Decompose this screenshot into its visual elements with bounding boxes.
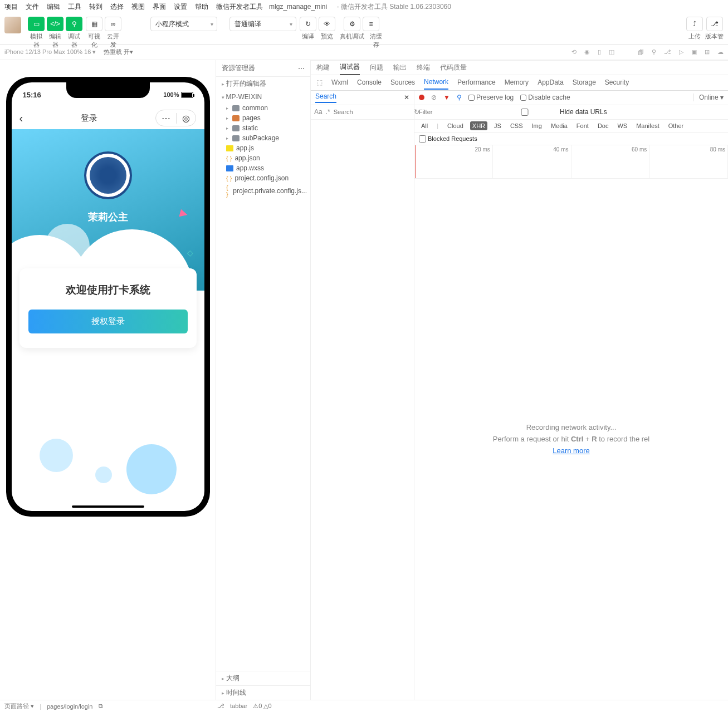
filter-manifest[interactable]: Manifest — [634, 121, 662, 130]
target-icon[interactable]: ◎ — [177, 113, 196, 124]
cloud-button[interactable]: ∞ — [105, 17, 121, 31]
remote-debug-button[interactable]: ⚙ — [344, 17, 360, 31]
menu-project[interactable]: 项目 — [4, 2, 18, 12]
version-button[interactable]: ⎇ — [706, 17, 723, 31]
menu-dots-icon[interactable]: ⋯ — [156, 113, 177, 124]
device-icon[interactable]: ▯ — [598, 48, 601, 56]
search-net-icon[interactable]: ⚲ — [457, 94, 462, 101]
tab-sources[interactable]: Sources — [390, 76, 415, 89]
filter-js[interactable]: JS — [492, 121, 504, 130]
capsule[interactable]: ⋯◎ — [155, 110, 196, 126]
menu-ui[interactable]: 界面 — [153, 2, 166, 12]
network-timeline[interactable]: 20 ms 40 ms 60 ms 80 ms — [414, 145, 728, 179]
menu-tools[interactable]: 工具 — [68, 2, 81, 12]
tree-item[interactable]: static — [223, 123, 310, 133]
more-icon[interactable]: ⋯ — [298, 65, 305, 72]
tree-item[interactable]: pages — [223, 113, 310, 123]
tree-item[interactable]: { }project.config.json — [223, 173, 310, 183]
cloud-icon[interactable]: ☁ — [717, 48, 724, 56]
hot-reload-select[interactable]: 热重载 开▾ — [104, 48, 133, 56]
files-icon[interactable]: 🗐 — [638, 49, 644, 56]
window-icon[interactable]: ◫ — [609, 48, 614, 56]
tab-wxml[interactable]: Wxml — [331, 76, 348, 89]
editor-button[interactable]: </> — [47, 17, 63, 31]
filter-ws[interactable]: WS — [615, 121, 629, 130]
visual-button[interactable]: ▦ — [86, 17, 102, 31]
tab-problems[interactable]: 问题 — [370, 61, 383, 75]
outline-section[interactable]: 大纲 — [216, 671, 310, 685]
preview-button[interactable]: 👁 — [319, 17, 335, 31]
match-case-icon[interactable]: Aa — [314, 108, 323, 116]
stop-icon[interactable]: ⊘ — [431, 94, 437, 101]
warnings-label[interactable]: ⚠0 △0 — [253, 703, 271, 710]
filter-all[interactable]: All — [419, 121, 430, 130]
back-icon[interactable]: ‹ — [19, 112, 23, 125]
tree-item[interactable]: { }project.private.config.js... — [223, 183, 310, 199]
refresh-icon[interactable]: ⟲ — [571, 48, 576, 56]
authorize-login-button[interactable]: 授权登录 — [28, 310, 188, 333]
throttle-select[interactable]: Online ▾ — [693, 94, 724, 101]
menu-wechat-devtools[interactable]: 微信开发者工具 — [216, 2, 263, 12]
hide-data-urls-checkbox[interactable]: Hide data URLs — [491, 108, 607, 116]
copy-icon[interactable]: ⧉ — [99, 703, 103, 710]
search-tab[interactable]: Search — [315, 92, 336, 103]
simulator-button[interactable]: ▭ — [28, 17, 45, 31]
tab-debugger[interactable]: 调试器 — [340, 60, 360, 75]
filter-css[interactable]: CSS — [508, 121, 525, 130]
tab-performance[interactable]: Performance — [457, 76, 496, 89]
tab-security[interactable]: Security — [605, 76, 629, 89]
tree-item[interactable]: app.js — [223, 143, 310, 153]
device-select[interactable]: iPhone 12/13 Pro Max 100% 16 ▾ — [4, 48, 96, 56]
clear-cache-button[interactable]: ≡ — [363, 17, 379, 31]
filter-xhr[interactable]: XHR — [470, 121, 487, 130]
compile-button[interactable]: ↻ — [300, 17, 316, 31]
inspect-icon[interactable]: ⬚ — [316, 76, 323, 89]
tab-appdata[interactable]: AppData — [538, 76, 564, 89]
menu-goto[interactable]: 转到 — [89, 2, 102, 12]
menu-file[interactable]: 文件 — [26, 2, 39, 12]
filter-doc[interactable]: Doc — [595, 121, 611, 130]
tab-console[interactable]: Console — [357, 76, 382, 89]
filter-icon[interactable]: ▼ — [443, 94, 450, 101]
menu-settings[interactable]: 设置 — [174, 2, 187, 12]
ext-icon[interactable]: ▣ — [691, 48, 697, 56]
filter-other[interactable]: Other — [666, 121, 686, 130]
record-icon[interactable]: ◉ — [584, 48, 590, 56]
tree-item[interactable]: common — [223, 103, 310, 113]
filter-font[interactable]: Font — [574, 121, 591, 130]
tree-item[interactable]: { }app.json — [223, 153, 310, 163]
tabbar-label[interactable]: tabbar — [230, 703, 247, 710]
tab-build[interactable]: 构建 — [316, 61, 330, 75]
regex-icon[interactable]: .* — [326, 108, 330, 116]
search-input[interactable] — [334, 109, 411, 115]
tab-network[interactable]: Network — [424, 75, 448, 90]
tab-terminal[interactable]: 终端 — [417, 61, 430, 75]
filter-input[interactable] — [419, 109, 486, 115]
tab-code-quality[interactable]: 代码质量 — [440, 61, 467, 75]
mode-select[interactable]: 小程序模式 — [150, 17, 217, 31]
debugger-button[interactable]: ⚲ — [66, 17, 82, 31]
tab-storage[interactable]: Storage — [573, 76, 596, 89]
filter-cloud[interactable]: Cloud — [445, 121, 466, 130]
page-path-label[interactable]: 页面路径 ▾ — [4, 702, 34, 710]
menu-edit[interactable]: 编辑 — [47, 2, 60, 12]
close-icon[interactable]: ✕ — [404, 94, 409, 101]
upload-button[interactable]: ⤴ — [686, 17, 703, 31]
disable-cache-checkbox[interactable]: Disable cache — [520, 94, 570, 101]
filter-media[interactable]: Media — [549, 121, 570, 130]
user-avatar[interactable] — [4, 17, 21, 33]
tab-output[interactable]: 输出 — [393, 61, 407, 75]
timeline-section[interactable]: 时间线 — [216, 685, 310, 700]
menu-view[interactable]: 视图 — [131, 2, 145, 12]
tab-memory[interactable]: Memory — [505, 76, 529, 89]
menu-select[interactable]: 选择 — [110, 2, 124, 12]
grid-icon[interactable]: ⊞ — [705, 48, 710, 56]
tree-item[interactable]: app.wxss — [223, 163, 310, 173]
opened-editors-section[interactable]: 打开的编辑器 — [216, 77, 310, 91]
search-icon[interactable]: ⚲ — [652, 48, 656, 56]
filter-img[interactable]: Img — [530, 121, 544, 130]
compile-select[interactable]: 普通编译 — [229, 17, 296, 31]
preserve-log-checkbox[interactable]: Preserve log — [468, 94, 514, 101]
branch-icon[interactable]: ⎇ — [664, 48, 671, 56]
debug-icon[interactable]: ▷ — [679, 48, 683, 56]
